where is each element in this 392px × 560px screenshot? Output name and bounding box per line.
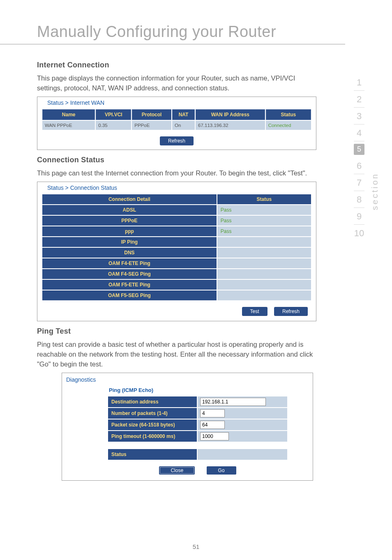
section-label-vertical: section <box>370 173 380 210</box>
nav-4[interactable]: 4 <box>354 124 364 141</box>
wan-row: WAN PPPoE 0.35 PPPoE On 67.113.196.32 Co… <box>42 121 311 130</box>
wan-header-ip: WAN IP Address <box>196 109 265 120</box>
cs-row-ppp: ppp <box>42 226 217 236</box>
cs-val-ppp: Pass <box>217 226 311 236</box>
cs-val-oam-f5-seg <box>217 290 311 300</box>
heading-internet-connection: Internet Connection <box>37 61 316 69</box>
cs-row-pppoe: PPPoE <box>42 216 217 226</box>
nav-2[interactable]: 2 <box>354 91 364 108</box>
input-dest-address[interactable] <box>200 398 266 406</box>
page-title: Manually Configuring your Router <box>0 0 345 44</box>
close-button[interactable]: Close <box>159 466 195 475</box>
cs-header-status: Status <box>217 194 311 204</box>
label-dest-address: Destination address <box>108 396 197 407</box>
label-packet-size: Packet size (64-1518 bytes) <box>108 419 197 430</box>
screenshot-title-internet-wan: Status > Internet WAN <box>37 97 316 108</box>
wan-cell-vpivci: 0.35 <box>96 121 131 130</box>
wan-header-nat: NAT <box>172 109 195 120</box>
wan-cell-name: WAN PPPoE <box>42 121 95 130</box>
label-num-packets: Number of packets (1-4) <box>108 408 197 419</box>
cs-val-oam-f4-ete <box>217 258 311 268</box>
go-button[interactable]: Go <box>207 466 236 475</box>
wan-header-protocol: Protocol <box>132 109 171 120</box>
body-internet-connection: This page displays the connection inform… <box>37 74 316 93</box>
wan-table: Name VPI.VCI Protocol NAT WAN IP Address… <box>42 108 312 131</box>
wan-header-vpivci: VPI.VCI <box>96 109 131 120</box>
ping-form-table: Destination address Number of packets (1… <box>107 396 288 442</box>
heading-ping-test: Ping Test <box>37 327 316 336</box>
wan-cell-status: Connected <box>266 121 311 130</box>
cs-row-dns: DNS <box>42 248 217 258</box>
cs-row-oam-f4-seg: OAM F4-SEG Ping <box>42 269 217 279</box>
wan-cell-nat: On <box>172 121 195 130</box>
cs-val-pppoe: Pass <box>217 216 311 226</box>
nav-10[interactable]: 10 <box>354 225 364 241</box>
input-num-packets[interactable] <box>200 409 225 417</box>
wan-header-name: Name <box>42 109 95 120</box>
wan-cell-ip: 67.113.196.32 <box>196 121 265 130</box>
label-ping-status: Status <box>108 449 197 460</box>
diagnostics-title: Diagnostics <box>66 376 309 387</box>
nav-6[interactable]: 6 <box>354 157 364 174</box>
screenshot-connection-status: Status > Connection Status Connection De… <box>37 182 316 321</box>
cs-val-ipping <box>217 237 311 247</box>
wan-cell-protocol: PPPoE <box>132 121 171 130</box>
label-ping-timeout: Ping timeout (1-600000 ms) <box>108 431 197 442</box>
value-ping-status <box>198 449 287 460</box>
nav-8[interactable]: 8 <box>354 191 364 208</box>
cs-val-adsl: Pass <box>217 205 311 215</box>
body-connection-status: This page can test the Internet connecti… <box>37 168 316 178</box>
input-ping-timeout[interactable] <box>200 432 229 440</box>
nav-5-active[interactable]: 5 <box>354 144 364 155</box>
ping-status-row: Status <box>107 448 288 461</box>
nav-7[interactable]: 7 <box>354 174 364 191</box>
body-ping-test: Ping test can provide a basic test of wh… <box>37 340 316 369</box>
cs-val-oam-f5-ete <box>217 280 311 290</box>
nav-1[interactable]: 1 <box>354 74 364 91</box>
ping-subhead: Ping (ICMP Echo) <box>107 387 309 396</box>
cs-val-dns <box>217 248 311 258</box>
cs-row-oam-f5-ete: OAM F5-ETE Ping <box>42 280 217 290</box>
side-section-nav: 1 2 3 4 5 6 7 8 9 10 <box>351 74 367 241</box>
screenshot-diagnostics: Diagnostics Ping (ICMP Echo) Destination… <box>62 373 313 481</box>
screenshot-title-connection-status: Status > Connection Status <box>37 182 316 194</box>
refresh-button[interactable]: Refresh <box>160 136 194 145</box>
cs-row-oam-f4-ete: OAM F4-ETE Ping <box>42 258 217 268</box>
connection-status-table: Connection Detail Status ADSLPass PPPoEP… <box>42 194 312 301</box>
nav-9[interactable]: 9 <box>354 208 364 225</box>
wan-header-status: Status <box>266 109 311 120</box>
page-number: 51 <box>0 543 392 550</box>
screenshot-internet-wan: Status > Internet WAN Name VPI.VCI Proto… <box>37 97 316 150</box>
cs-row-adsl: ADSL <box>42 205 217 215</box>
cs-row-ipping: IP Ping <box>42 237 217 247</box>
refresh-button-cs[interactable]: Refresh <box>274 307 308 316</box>
heading-connection-status: Connection Status <box>37 156 316 164</box>
cs-val-oam-f4-seg <box>217 269 311 279</box>
test-button[interactable]: Test <box>242 307 267 316</box>
input-packet-size[interactable] <box>200 421 225 429</box>
cs-row-oam-f5-seg: OAM F5-SEG Ping <box>42 290 217 300</box>
cs-header-detail: Connection Detail <box>42 194 217 204</box>
nav-3[interactable]: 3 <box>354 108 364 124</box>
